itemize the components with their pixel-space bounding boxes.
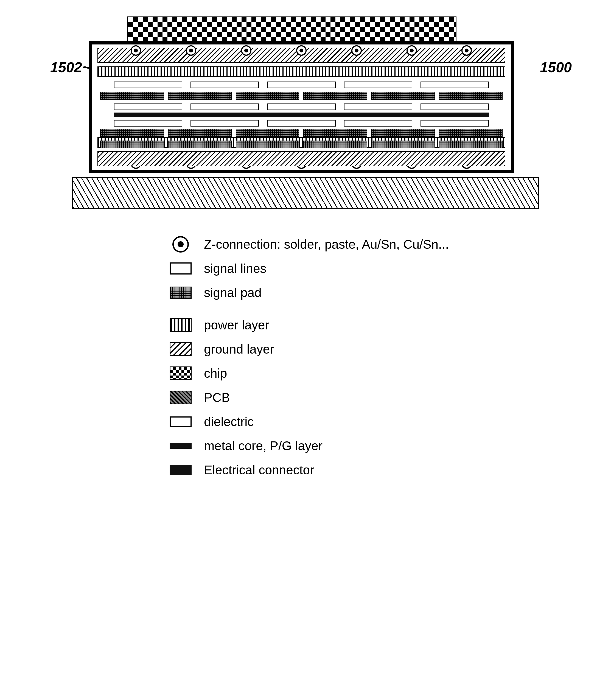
legend-icon-dielectric [168, 413, 193, 430]
z-dot [186, 45, 196, 56]
sig-pad [168, 92, 232, 100]
legend-icon-chip [168, 365, 193, 382]
sig-pad [100, 92, 164, 100]
ground-strip-bottom [98, 151, 505, 166]
legend-icon-signal-lines [168, 260, 193, 277]
legend-area: Z-connection: solder, paste, Au/Sn, Cu/S… [113, 236, 498, 486]
dielectric-icon [170, 416, 192, 427]
legend-icon-ground-layer [168, 341, 193, 357]
legend-item-electrical-connector: Electrical connector [168, 462, 498, 478]
legend-item-metal-core: metal core, P/G layer [168, 437, 498, 454]
sig-pad [439, 92, 503, 100]
legend-label-chip: chip [204, 366, 227, 381]
label-1500: 1500 [540, 59, 572, 75]
sig-pad [371, 140, 435, 148]
legend-label-dielectric: dielectric [204, 414, 254, 429]
metal-core-center [114, 113, 489, 117]
power-layer-icon [170, 318, 192, 332]
legend-item-pcb: PCB [168, 389, 498, 406]
sig-pad [303, 92, 367, 100]
chip-top-diagram [127, 16, 457, 44]
legend-label-signal-lines: signal lines [204, 261, 267, 276]
legend-label-power-layer: power layer [204, 317, 269, 332]
legend-label-signal-pad: signal pad [204, 285, 262, 300]
z-conn-icon [173, 236, 189, 253]
legend-icon-z-conn [168, 236, 193, 253]
legend-item-z-connection: Z-connection: solder, paste, Au/Sn, Cu/S… [168, 236, 498, 253]
sig-pad [439, 140, 503, 148]
sig-line-box [114, 120, 182, 126]
label-1502: 1502~ [50, 59, 90, 75]
sig-pad [168, 129, 232, 137]
sig-line-box [114, 81, 182, 88]
sig-line-box [267, 81, 336, 88]
sig-line-row-1 [114, 81, 489, 88]
sig-pad [303, 129, 367, 137]
sig-pad [236, 140, 299, 148]
sig-line-box [344, 120, 412, 126]
sig-line-box [267, 120, 336, 126]
sig-pad [100, 129, 164, 137]
legend-label-electrical-connector: Electrical connector [204, 463, 314, 477]
sig-pad-row-mid-low [100, 129, 503, 137]
legend-item-signal-lines: signal lines [168, 260, 498, 277]
legend-item-signal-pad: signal pad [168, 284, 498, 301]
signal-lines-icon [170, 263, 192, 274]
sig-line-box [420, 120, 489, 126]
diagram-area: 1502~ 1500 [72, 16, 539, 209]
sig-line-box [191, 104, 259, 110]
sig-pad-row-bottom [100, 140, 503, 148]
z-dot [241, 45, 251, 56]
page-container: 1502~ 1500 [0, 0, 611, 700]
sig-line-box [191, 81, 259, 88]
sig-line-row-3 [114, 120, 489, 126]
sig-pad [100, 140, 164, 148]
legend-label-metal-core: metal core, P/G layer [204, 438, 323, 453]
chip-icon [170, 367, 192, 380]
sig-pad [439, 129, 503, 137]
sig-line-box [114, 104, 182, 110]
legend-icon-power-layer [168, 317, 193, 333]
sig-line-box [344, 81, 412, 88]
signal-pad-icon [170, 287, 192, 299]
sig-pad [371, 92, 435, 100]
sig-line-box [267, 104, 336, 110]
sig-pad [303, 140, 367, 148]
legend-icon-signal-pad [168, 284, 193, 301]
sig-pad [168, 140, 232, 148]
legend-label-pcb: PCB [204, 390, 230, 405]
legend-label-z-connection: Z-connection: solder, paste, Au/Sn, Cu/S… [204, 237, 449, 252]
legend-item-chip: chip [168, 365, 498, 382]
elec-connector-icon [170, 465, 192, 475]
sig-line-box [344, 104, 412, 110]
pcb-icon [170, 391, 192, 404]
pcb-bottom-layer [72, 177, 539, 209]
sig-line-box [420, 104, 489, 110]
z-dot [351, 45, 362, 56]
sig-line-box [191, 120, 259, 126]
legend-icon-elec-connector [168, 462, 193, 478]
ground-layer-icon [170, 342, 192, 356]
sig-line-box [420, 81, 489, 88]
legend-icon-metal-core [168, 437, 193, 454]
sig-pad [236, 92, 299, 100]
metal-core-icon [170, 443, 192, 449]
z-dot [461, 45, 472, 56]
legend-item-ground-layer: ground layer [168, 341, 498, 357]
z-dot [131, 45, 141, 56]
sig-line-row-2 [114, 104, 489, 110]
legend-label-ground-layer: ground layer [204, 342, 274, 357]
legend-item-power-layer: power layer [168, 317, 498, 333]
sig-pad-row-mid [100, 92, 503, 100]
z-dot [296, 45, 307, 56]
legend-icon-pcb [168, 389, 193, 406]
z-dot [406, 45, 417, 56]
pcb-main-diagram [89, 41, 514, 173]
sig-pad [371, 129, 435, 137]
power-strip-top [98, 66, 505, 77]
z-row-top [108, 45, 494, 56]
sig-pad [236, 129, 299, 137]
legend-item-dielectric: dielectric [168, 413, 498, 430]
